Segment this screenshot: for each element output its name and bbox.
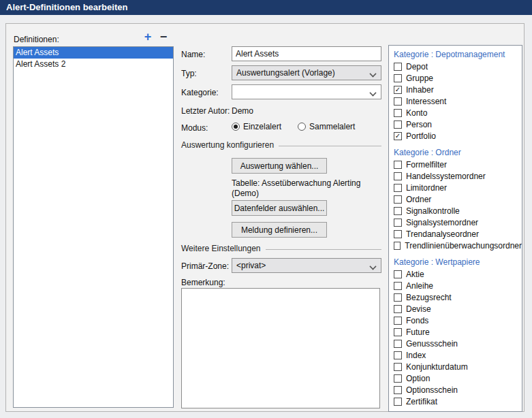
checkbox-icon[interactable] — [394, 398, 402, 406]
category-checkbox-row[interactable]: Aktie — [389, 268, 522, 280]
checkbox-label: Konto — [406, 108, 427, 118]
checkbox-icon[interactable] — [394, 293, 402, 302]
category-header: Kategorie : Depotmanagement — [389, 48, 522, 61]
checkbox-icon[interactable] — [394, 172, 402, 180]
checkbox-icon[interactable]: ✓ — [394, 132, 402, 140]
definition-list-item[interactable]: Alert Assets — [14, 47, 173, 59]
primaer-zone-combobox-value: <privat> — [236, 261, 266, 270]
category-checkbox-row[interactable]: Zertifikat — [389, 396, 522, 407]
bemerkung-textarea[interactable] — [181, 288, 380, 408]
checkbox-label: Anleihe — [406, 281, 433, 291]
checkbox-icon[interactable] — [394, 120, 402, 129]
checkbox-icon[interactable] — [394, 386, 402, 394]
checkbox-icon[interactable] — [394, 63, 402, 71]
kategorie-combobox[interactable] — [232, 84, 381, 99]
category-checkbox-row[interactable]: Genussschein — [389, 338, 522, 349]
section-divider — [266, 249, 381, 250]
category-checkbox-row[interactable]: Devise — [389, 303, 522, 315]
checkbox-icon[interactable] — [394, 328, 402, 336]
category-checkbox-row[interactable]: Ordner — [389, 193, 522, 205]
checkbox-label: Handelssystemordner — [406, 172, 486, 181]
checkbox-icon[interactable] — [394, 195, 402, 204]
checkbox-icon[interactable] — [394, 305, 402, 313]
definitions-listbox[interactable]: Alert AssetsAlert Assets 2 — [13, 46, 174, 408]
category-checkbox-row[interactable]: Gruppe — [389, 72, 522, 84]
radio-icon[interactable] — [232, 123, 240, 131]
checkbox-label: Aktie — [406, 270, 424, 279]
category-checkbox-row[interactable]: Anleihe — [389, 280, 522, 291]
name-input[interactable] — [232, 46, 381, 61]
checkbox-label: Option — [406, 374, 430, 383]
datenfelder-auswaehlen-button[interactable]: Datenfelder auswählen... — [232, 200, 327, 216]
title-bar: Alert-Definitionen bearbeiten — [0, 0, 532, 15]
category-checkbox-row[interactable]: Optionsschein — [389, 384, 522, 396]
category-checkbox-row[interactable]: Bezugsrecht — [389, 291, 522, 303]
typ-combobox[interactable]: Auswertungsalert (Vorlage) — [232, 65, 381, 80]
checkbox-label: Signalkontrolle — [406, 206, 460, 216]
checkbox-icon[interactable] — [394, 74, 402, 82]
category-checkbox-row[interactable]: Handelssystemordner — [389, 170, 522, 182]
radio-label: Einzelalert — [243, 122, 281, 131]
category-checkbox-row[interactable]: Interessent — [389, 95, 522, 107]
category-checkbox-row[interactable]: Trendanalyseordner — [389, 228, 522, 240]
checkbox-icon[interactable] — [394, 184, 402, 192]
category-checkbox-row[interactable]: Index — [389, 349, 522, 361]
checkbox-label: Genussschein — [406, 339, 458, 349]
primaer-zone-combobox[interactable]: <privat> — [232, 258, 381, 273]
category-checkbox-row[interactable]: Konto — [389, 107, 522, 118]
category-checkbox-row[interactable]: Signalsystemordner — [389, 216, 522, 228]
checkbox-label: Fonds — [406, 316, 428, 325]
category-checkbox-row[interactable]: Formelfilter — [389, 159, 522, 170]
checkbox-icon[interactable] — [394, 270, 402, 278]
checkbox-label: Devise — [406, 304, 431, 314]
checkbox-icon[interactable] — [394, 317, 402, 325]
category-checkbox-row[interactable]: Fonds — [389, 315, 522, 326]
chevron-down-icon — [369, 263, 376, 270]
category-checkbox-row[interactable]: Trendlinienüberwachungsordner — [389, 240, 522, 251]
section-divider — [279, 146, 381, 146]
category-checkbox-row[interactable]: Option — [389, 372, 522, 384]
chevron-down-icon — [369, 89, 376, 96]
add-definition-button[interactable]: + — [142, 31, 154, 44]
category-checkbox-row[interactable]: Signalkontrolle — [389, 205, 522, 216]
name-label: Name: — [181, 49, 205, 60]
checkbox-icon[interactable] — [394, 219, 402, 227]
category-checkbox-row[interactable]: Person — [389, 118, 522, 130]
definition-list-item[interactable]: Alert Assets 2 — [14, 59, 173, 70]
checkbox-label: Gruppe — [406, 74, 433, 83]
remove-definition-button[interactable]: − — [157, 31, 170, 44]
checkbox-label: Limitordner — [406, 183, 447, 193]
checkbox-label: Bezugsrecht — [406, 293, 452, 302]
category-checkbox-row[interactable]: Limitordner — [389, 182, 522, 193]
modus-radio-option[interactable]: Sammelalert — [298, 122, 355, 131]
modus-radio-option[interactable]: Einzelalert — [232, 122, 281, 131]
typ-label: Typ: — [181, 68, 197, 79]
category-checkbox-row[interactable]: ✓Inhaber — [389, 84, 522, 95]
checkbox-icon[interactable] — [394, 340, 402, 348]
meldung-definieren-button[interactable]: Meldung definieren... — [232, 222, 327, 238]
category-checkbox-row[interactable]: Depot — [389, 61, 522, 72]
letzter-autor-value: Demo — [232, 106, 253, 116]
checkbox-icon[interactable] — [394, 207, 402, 215]
checkbox-icon[interactable] — [394, 242, 401, 250]
checkbox-icon[interactable] — [394, 282, 402, 290]
category-checkbox-row[interactable]: ✓Portfolio — [389, 130, 522, 142]
radio-icon[interactable] — [298, 123, 306, 131]
letzter-autor-label: Letzter Autor: — [181, 106, 230, 116]
checkbox-icon[interactable] — [394, 97, 402, 106]
checkbox-icon[interactable] — [394, 109, 402, 117]
section-auswertung-konfigurieren: Auswertung konfigurieren — [181, 140, 381, 150]
auswertung-waehlen-button[interactable]: Auswertung wählen... — [232, 158, 327, 174]
checkbox-icon[interactable] — [394, 351, 402, 359]
category-checkbox-row[interactable]: Konjunkturdatum — [389, 361, 522, 372]
category-checkbox-row[interactable]: Future — [389, 326, 522, 338]
checkbox-icon[interactable]: ✓ — [394, 86, 402, 94]
checkbox-icon[interactable] — [394, 374, 402, 383]
checkbox-icon[interactable] — [394, 230, 402, 238]
checkbox-label: Optionsschein — [406, 385, 458, 395]
checkbox-label: Trendanalyseordner — [406, 229, 479, 239]
typ-combobox-value: Auswertungsalert (Vorlage) — [236, 68, 335, 78]
checkbox-icon[interactable] — [394, 363, 402, 371]
bemerkung-label: Bemerkung: — [181, 277, 225, 288]
checkbox-icon[interactable] — [394, 161, 402, 169]
